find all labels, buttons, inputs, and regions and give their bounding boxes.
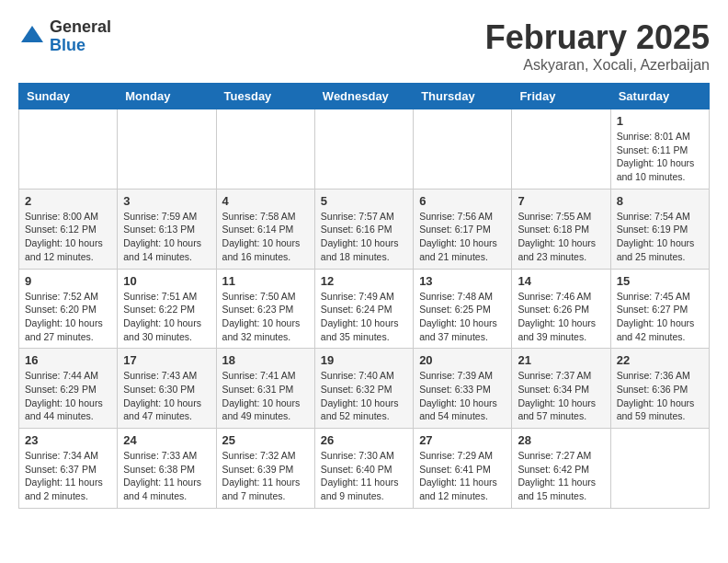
day-info: Sunrise: 7:50 AM Sunset: 6:23 PM Dayligh… [222,290,309,344]
day-info: Sunrise: 7:52 AM Sunset: 6:20 PM Dayligh… [25,290,111,344]
day-info: Sunrise: 7:46 AM Sunset: 6:26 PM Dayligh… [518,290,604,344]
day-number: 19 [321,353,407,367]
calendar-cell: 16Sunrise: 7:44 AM Sunset: 6:29 PM Dayli… [19,349,118,429]
logo-icon [18,23,46,51]
day-number: 23 [25,433,111,447]
day-info: Sunrise: 7:59 AM Sunset: 6:13 PM Dayligh… [123,210,210,264]
day-info: Sunrise: 7:40 AM Sunset: 6:32 PM Dayligh… [321,369,407,423]
calendar-cell [314,109,413,190]
day-number: 14 [518,274,604,288]
day-number: 5 [321,194,407,208]
calendar-cell [216,109,314,190]
day-info: Sunrise: 7:57 AM Sunset: 6:16 PM Dayligh… [321,210,407,264]
day-of-week-header: Saturday [610,84,709,109]
calendar-cell [414,109,512,190]
day-info: Sunrise: 7:29 AM Sunset: 6:41 PM Dayligh… [419,449,506,503]
calendar-cell: 11Sunrise: 7:50 AM Sunset: 6:23 PM Dayli… [216,269,314,349]
day-info: Sunrise: 7:39 AM Sunset: 6:33 PM Dayligh… [419,369,506,423]
calendar-cell [610,429,709,509]
day-info: Sunrise: 7:43 AM Sunset: 6:30 PM Dayligh… [123,369,210,423]
calendar-header-row: SundayMondayTuesdayWednesdayThursdayFrid… [19,84,710,109]
day-number: 13 [419,274,506,288]
logo-blue: Blue [50,37,111,55]
day-of-week-header: Wednesday [314,84,413,109]
day-of-week-header: Tuesday [216,84,314,109]
calendar-cell: 23Sunrise: 7:34 AM Sunset: 6:37 PM Dayli… [19,429,118,509]
logo: General Blue [18,18,111,55]
day-number: 27 [419,433,506,447]
calendar-cell: 17Sunrise: 7:43 AM Sunset: 6:30 PM Dayli… [118,349,216,429]
calendar-cell [19,109,118,190]
calendar-cell: 1Sunrise: 8:01 AM Sunset: 6:11 PM Daylig… [610,109,709,190]
day-info: Sunrise: 7:33 AM Sunset: 6:38 PM Dayligh… [123,449,210,503]
day-number: 1 [617,114,703,128]
day-number: 24 [123,433,210,447]
calendar-table: SundayMondayTuesdayWednesdayThursdayFrid… [18,83,710,509]
day-number: 26 [321,433,407,447]
day-info: Sunrise: 7:32 AM Sunset: 6:39 PM Dayligh… [222,449,309,503]
day-number: 12 [321,274,407,288]
calendar-cell: 22Sunrise: 7:36 AM Sunset: 6:36 PM Dayli… [610,349,709,429]
calendar-week-row: 23Sunrise: 7:34 AM Sunset: 6:37 PM Dayli… [19,429,710,509]
day-info: Sunrise: 7:49 AM Sunset: 6:24 PM Dayligh… [321,290,407,344]
day-number: 8 [617,194,703,208]
day-number: 21 [518,353,604,367]
day-info: Sunrise: 7:48 AM Sunset: 6:25 PM Dayligh… [419,290,506,344]
day-number: 18 [222,353,309,367]
page-header: General Blue February 2025 Askyaran, Xoc… [18,18,710,74]
day-number: 3 [123,194,210,208]
day-info: Sunrise: 8:01 AM Sunset: 6:11 PM Dayligh… [617,130,703,184]
day-number: 20 [419,353,506,367]
day-number: 9 [25,274,111,288]
title-section: February 2025 Askyaran, Xocali, Azerbaij… [485,18,710,74]
day-number: 2 [25,194,111,208]
calendar-cell: 2Sunrise: 8:00 AM Sunset: 6:12 PM Daylig… [19,189,118,269]
day-number: 28 [518,433,604,447]
day-of-week-header: Sunday [19,84,118,109]
day-number: 10 [123,274,210,288]
day-info: Sunrise: 7:51 AM Sunset: 6:22 PM Dayligh… [123,290,210,344]
calendar-cell: 9Sunrise: 7:52 AM Sunset: 6:20 PM Daylig… [19,269,118,349]
day-number: 6 [419,194,506,208]
calendar-cell: 28Sunrise: 7:27 AM Sunset: 6:42 PM Dayli… [512,429,610,509]
day-info: Sunrise: 7:30 AM Sunset: 6:40 PM Dayligh… [321,449,407,503]
day-number: 22 [617,353,703,367]
day-of-week-header: Thursday [414,84,512,109]
calendar-week-row: 9Sunrise: 7:52 AM Sunset: 6:20 PM Daylig… [19,269,710,349]
day-number: 16 [25,353,111,367]
calendar-cell: 10Sunrise: 7:51 AM Sunset: 6:22 PM Dayli… [118,269,216,349]
calendar-cell: 4Sunrise: 7:58 AM Sunset: 6:14 PM Daylig… [216,189,314,269]
day-info: Sunrise: 7:54 AM Sunset: 6:19 PM Dayligh… [617,210,703,264]
calendar-cell: 21Sunrise: 7:37 AM Sunset: 6:34 PM Dayli… [512,349,610,429]
calendar-title: February 2025 [485,18,710,57]
day-number: 7 [518,194,604,208]
day-info: Sunrise: 7:44 AM Sunset: 6:29 PM Dayligh… [25,369,111,423]
calendar-cell: 12Sunrise: 7:49 AM Sunset: 6:24 PM Dayli… [314,269,413,349]
calendar-cell: 6Sunrise: 7:56 AM Sunset: 6:17 PM Daylig… [414,189,512,269]
day-number: 15 [617,274,703,288]
day-of-week-header: Monday [118,84,216,109]
calendar-cell: 26Sunrise: 7:30 AM Sunset: 6:40 PM Dayli… [314,429,413,509]
calendar-cell: 20Sunrise: 7:39 AM Sunset: 6:33 PM Dayli… [414,349,512,429]
calendar-subtitle: Askyaran, Xocali, Azerbaijan [485,57,710,74]
day-info: Sunrise: 7:37 AM Sunset: 6:34 PM Dayligh… [518,369,604,423]
calendar-cell: 27Sunrise: 7:29 AM Sunset: 6:41 PM Dayli… [414,429,512,509]
day-info: Sunrise: 7:36 AM Sunset: 6:36 PM Dayligh… [617,369,703,423]
day-info: Sunrise: 7:45 AM Sunset: 6:27 PM Dayligh… [617,290,703,344]
svg-marker-0 [21,26,43,42]
calendar-cell: 15Sunrise: 7:45 AM Sunset: 6:27 PM Dayli… [610,269,709,349]
logo-general: General [50,18,111,37]
day-info: Sunrise: 7:58 AM Sunset: 6:14 PM Dayligh… [222,210,309,264]
day-number: 4 [222,194,309,208]
calendar-week-row: 16Sunrise: 7:44 AM Sunset: 6:29 PM Dayli… [19,349,710,429]
calendar-cell: 3Sunrise: 7:59 AM Sunset: 6:13 PM Daylig… [118,189,216,269]
calendar-cell: 24Sunrise: 7:33 AM Sunset: 6:38 PM Dayli… [118,429,216,509]
calendar-cell: 8Sunrise: 7:54 AM Sunset: 6:19 PM Daylig… [610,189,709,269]
calendar-week-row: 2Sunrise: 8:00 AM Sunset: 6:12 PM Daylig… [19,189,710,269]
day-info: Sunrise: 8:00 AM Sunset: 6:12 PM Dayligh… [25,210,111,264]
logo-text: General Blue [50,18,111,55]
day-info: Sunrise: 7:41 AM Sunset: 6:31 PM Dayligh… [222,369,309,423]
day-of-week-header: Friday [512,84,610,109]
calendar-cell: 14Sunrise: 7:46 AM Sunset: 6:26 PM Dayli… [512,269,610,349]
day-info: Sunrise: 7:27 AM Sunset: 6:42 PM Dayligh… [518,449,604,503]
